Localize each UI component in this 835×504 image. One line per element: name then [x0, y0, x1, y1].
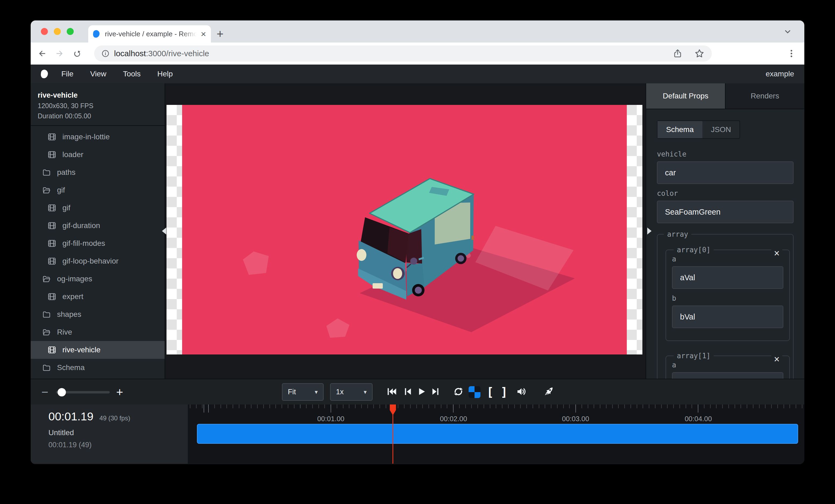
timeline: 00:01.19 49 (30 fps) Untitled 00:01.19 (…	[30, 404, 805, 464]
fit-dropdown[interactable]: Fit ▾	[282, 383, 324, 401]
sidebar-item-og-images[interactable]: og-images	[30, 270, 165, 288]
reload-button[interactable]	[71, 47, 84, 60]
ruler-label: 00:02.00	[440, 415, 467, 423]
back-button[interactable]	[36, 47, 48, 60]
browser-menu-icon[interactable]	[785, 47, 798, 60]
speed-dropdown[interactable]: 1x ▾	[330, 383, 372, 401]
audio-icon	[516, 386, 526, 398]
zoom-in-button[interactable]: +	[116, 379, 123, 405]
sidebar-header: rive-vehicle 1200x630, 30 FPS Duration 0…	[30, 83, 165, 126]
field-label: a	[672, 361, 783, 369]
folder-icon	[42, 363, 52, 372]
sidebar-item-rive-vehicle[interactable]: rive-vehicle	[30, 341, 165, 359]
subtab-schema[interactable]: Schema	[657, 121, 702, 138]
tab-renders[interactable]: Renders	[725, 83, 805, 109]
tab-favicon-icon	[93, 30, 100, 38]
menu-help[interactable]: Help	[157, 70, 173, 78]
project-resolution: 1200x630, 30 FPS	[38, 101, 165, 111]
sidebar-item-label: rive-vehicle	[62, 345, 101, 354]
sidebar-item-loader[interactable]: loader	[30, 146, 165, 164]
share-icon[interactable]	[673, 48, 683, 59]
tab-default-props[interactable]: Default Props	[646, 83, 725, 109]
sidebar-item-label: shapes	[57, 310, 81, 319]
timeline-info-panel: 00:01.19 49 (30 fps) Untitled 00:01.19 (…	[30, 404, 188, 464]
field-input-b[interactable]: bVal	[672, 306, 783, 328]
menu-tools[interactable]: Tools	[123, 70, 140, 78]
zoom-slider[interactable]	[56, 391, 110, 394]
site-info-icon[interactable]	[101, 49, 110, 58]
sidebar-item-gif[interactable]: gif	[30, 181, 165, 199]
loop-button[interactable]	[452, 386, 465, 399]
sidebar-item-Rive[interactable]: Rive	[30, 323, 165, 341]
rocket-button[interactable]	[542, 386, 555, 399]
transparency-toggle[interactable]	[468, 386, 481, 399]
frame-info: 49 (30 fps)	[99, 415, 130, 422]
playhead-marker[interactable]	[390, 404, 396, 415]
subtab-json[interactable]: JSON	[702, 121, 740, 138]
zoom-window-button[interactable]	[67, 28, 74, 35]
field-label: b	[672, 294, 783, 302]
sidebar-item-Schema[interactable]: Schema	[30, 359, 165, 377]
sidebar-item-paths[interactable]: paths	[30, 164, 165, 181]
timeline-clip-bar[interactable]	[197, 424, 798, 444]
minimize-window-button[interactable]	[54, 28, 61, 35]
sidebar: rive-vehicle 1200x630, 30 FPS Duration 0…	[30, 83, 165, 379]
sidebar-item-shapes[interactable]: shapes	[30, 306, 165, 323]
rocket-icon	[543, 386, 554, 398]
sidebar-item-label: expert	[62, 292, 83, 301]
remove-item-icon[interactable]: ×	[771, 248, 782, 259]
in-point-button[interactable]: [	[484, 386, 496, 399]
sidebar-item-gif-loop-behavior[interactable]: gif-loop-behavior	[30, 252, 165, 270]
remove-item-icon[interactable]: ×	[771, 353, 782, 365]
bracket-close-icon: ]	[501, 386, 508, 398]
sidebar-item-gif[interactable]: gif	[30, 199, 165, 217]
sidebar-item-label: paths	[57, 168, 76, 177]
tab-close-icon[interactable]: ×	[201, 29, 206, 39]
field-input-a[interactable]: aVal	[672, 266, 783, 289]
browser-window: rive-vehicle / example - Remot × + local…	[30, 20, 805, 464]
previous-frame-button[interactable]	[401, 386, 414, 399]
field-input-color[interactable]: SeaFoamGreen	[657, 201, 794, 223]
next-frame-button[interactable]	[429, 386, 442, 399]
sidebar-item-image-in-lottie[interactable]: image-in-lottie	[30, 128, 165, 146]
ruler-major-ticks	[188, 404, 805, 413]
forward-button[interactable]	[53, 47, 66, 60]
project-duration: Duration 00:05.00	[38, 111, 165, 121]
bookmark-star-icon[interactable]	[694, 48, 705, 59]
sidebar-item-expert[interactable]: expert	[30, 288, 165, 306]
close-window-button[interactable]	[41, 28, 48, 35]
menu-file[interactable]: File	[61, 70, 74, 78]
chevron-down-icon: ▾	[315, 388, 318, 396]
sidebar-item-label: loader	[62, 150, 83, 159]
new-tab-button[interactable]: +	[212, 26, 228, 41]
field-input-vehicle[interactable]: car	[657, 161, 794, 184]
panel-tabs: Default PropsRenders	[646, 83, 805, 109]
sidebar-item-gif-duration[interactable]: gif-duration	[30, 217, 165, 234]
folder-open-icon	[42, 275, 52, 283]
array-legend: array	[664, 230, 691, 238]
play-icon	[416, 386, 427, 398]
field-input-a[interactable]: secA	[672, 372, 783, 379]
audio-button[interactable]	[515, 386, 528, 399]
zoom-out-button[interactable]: −	[41, 379, 48, 405]
main-content: rive-vehicle 1200x630, 30 FPS Duration 0…	[30, 83, 805, 379]
zoom-slider-thumb[interactable]	[58, 388, 66, 396]
play-button[interactable]	[415, 386, 428, 399]
menu-view[interactable]: View	[90, 70, 106, 78]
field-a: aaVal	[672, 255, 783, 289]
field-vehicle: vehiclecar	[657, 150, 794, 184]
playhead[interactable]	[392, 404, 393, 464]
film-icon	[47, 345, 57, 354]
skip-to-start-button[interactable]	[385, 386, 398, 399]
url-field[interactable]: localhost:3000/rive-vehicle	[94, 45, 712, 62]
sidebar-item-gif-fill-modes[interactable]: gif-fill-modes	[30, 234, 165, 252]
folder-icon	[42, 168, 52, 177]
film-icon	[47, 221, 57, 230]
sidebar-item-label: gif	[62, 204, 70, 212]
ruler-label: 00:04.00	[685, 415, 712, 423]
menubar-right-label: example	[766, 70, 794, 78]
chevron-down-icon[interactable]	[783, 27, 792, 36]
out-point-button[interactable]: ]	[498, 386, 511, 399]
browser-tab[interactable]: rive-vehicle / example - Remot ×	[88, 25, 211, 42]
timeline-track-area[interactable]: 00:01.0000:02.0000:03.0000:04.00	[188, 404, 805, 464]
